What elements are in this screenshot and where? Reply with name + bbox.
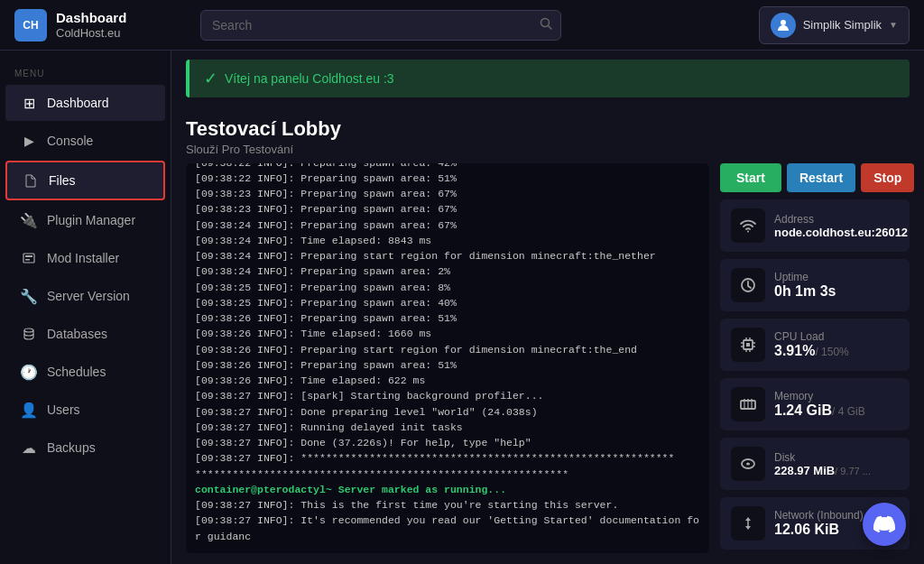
svg-point-27 — [746, 463, 750, 466]
sidebar-item-label: Backups — [47, 440, 96, 455]
stat-disk-value: 228.97 MiB/ 9.77 ... — [774, 464, 871, 477]
plugin-icon: 🔌 — [20, 211, 38, 229]
stat-uptime: Uptime 0h 1m 3s — [720, 259, 910, 311]
console-log-line: [09:38:27 INFO]: ***********************… — [195, 450, 700, 466]
svg-rect-5 — [25, 259, 30, 261]
svg-rect-4 — [25, 255, 32, 257]
console-log-line: [09:38:26 INFO]: Time elapsed: 622 ms — [195, 373, 700, 388]
search-bar — [200, 10, 561, 41]
sidebar-item-databases[interactable]: Databases — [5, 316, 165, 352]
console-log-line: [09:38:24 INFO]: Preparing start region … — [195, 248, 700, 264]
console-log-line: [09:38:26 INFO]: Preparing spawn area: 5… — [195, 310, 700, 326]
console-running-line: container@pterodactyl~ Server marked as … — [195, 482, 700, 497]
sidebar-item-label: Files — [49, 173, 76, 188]
console-log-line: [09:38:27 INFO]: [spark] Starting backgr… — [195, 388, 700, 403]
stop-button[interactable]: Stop — [861, 163, 914, 192]
svg-point-7 — [747, 231, 749, 233]
sidebar-item-label: Databases — [47, 327, 107, 341]
search-icon — [540, 17, 552, 33]
stat-disk-label: Disk — [774, 451, 871, 464]
console-log-line: [09:38:23 INFO]: Preparing spawn area: 6… — [195, 186, 700, 201]
console-log-line: [09:38:26 INFO]: Preparing start region … — [195, 342, 700, 357]
disk-icon — [731, 447, 765, 481]
console-log-line: [09:38:23 INFO]: Preparing spawn area: 6… — [195, 201, 700, 217]
discord-button[interactable] — [863, 503, 906, 546]
stat-network-label: Network (Inbound) — [774, 509, 864, 522]
server-version-icon: 🔧 — [20, 287, 38, 305]
wifi-icon — [731, 208, 765, 243]
server-body: [09:38:17 INFO]: Preparing spawn area: 2… — [171, 163, 924, 564]
stat-cpu: CPU Load 3.91%/ 150% — [720, 319, 910, 371]
main-layout: MENU ⊞ Dashboard ▶ Console Files 🔌 Plugi… — [0, 51, 924, 564]
sidebar-item-label: Schedules — [47, 365, 106, 379]
sidebar-item-mod-installer[interactable]: Mod Installer — [5, 240, 165, 276]
stat-network-info: Network (Inbound) 12.06 KiB — [774, 509, 864, 538]
console-log-line: [09:38:24 INFO]: Preparing spawn area: 6… — [195, 217, 700, 233]
logo-title: Dashboard — [56, 10, 126, 26]
sidebar-item-label: Console — [47, 134, 93, 148]
mod-icon — [20, 249, 38, 267]
svg-point-6 — [24, 328, 33, 332]
console-log-line: [09:38:25 INFO]: Preparing spawn area: 4… — [195, 295, 700, 310]
right-panel: Start Restart Stop Address node.coldhost… — [720, 163, 910, 553]
console-log-line: [09:38:27 INFO]: Done (37.226s)! For hel… — [195, 435, 700, 450]
memory-icon — [731, 387, 765, 421]
sidebar-item-backups[interactable]: ☁ Backups — [5, 430, 165, 466]
sidebar-item-label: Server Version — [47, 289, 130, 303]
stat-uptime-value: 0h 1m 3s — [774, 283, 836, 300]
files-icon — [22, 171, 40, 190]
console-log-line: [09:38:27 INFO]: Done preparing level "w… — [195, 404, 700, 420]
server-desc: Slouží Pro Testování — [186, 143, 910, 156]
start-button[interactable]: Start — [720, 163, 781, 192]
sidebar-item-console[interactable]: ▶ Console — [5, 123, 165, 159]
action-buttons: Start Restart Stop — [720, 163, 910, 192]
stat-disk: Disk 228.97 MiB/ 9.77 ... — [720, 438, 910, 490]
stat-uptime-label: Uptime — [774, 271, 836, 283]
console-icon: ▶ — [20, 132, 38, 150]
server-name: Testovací Lobby — [186, 117, 910, 141]
backups-icon: ☁ — [20, 439, 38, 457]
databases-icon — [20, 325, 38, 343]
cpu-icon — [731, 328, 765, 362]
svg-point-2 — [781, 20, 786, 25]
users-icon: 👤 — [20, 401, 38, 419]
console-log-line: [09:38:22 INFO]: Preparing spawn area: 5… — [195, 171, 700, 186]
sidebar-item-plugin-manager[interactable]: 🔌 Plugin Manager — [5, 202, 165, 238]
sidebar-item-server-version[interactable]: 🔧 Server Version — [5, 278, 165, 314]
sidebar-item-schedules[interactable]: 🕐 Schedules — [5, 354, 165, 390]
stat-address: Address node.coldhost.eu:26012 — [720, 199, 910, 252]
stat-memory: Memory 1.24 GiB/ 4 GiB — [720, 378, 910, 430]
user-menu[interactable]: Simplik Simplik ▼ — [759, 6, 910, 44]
sidebar-item-files[interactable]: Files — [5, 161, 165, 200]
console-log-line: [09:38:27 INFO]: This is the first time … — [195, 497, 700, 513]
clock-icon — [731, 268, 765, 302]
logo-text: Dashboard ColdHost.eu — [56, 10, 126, 40]
schedules-icon: 🕐 — [20, 363, 38, 381]
check-icon: ✓ — [204, 69, 217, 88]
logo-area: CH Dashboard ColdHost.eu — [14, 9, 186, 42]
sidebar-item-users[interactable]: 👤 Users — [5, 392, 165, 428]
chevron-down-icon: ▼ — [889, 20, 898, 30]
stat-disk-info: Disk 228.97 MiB/ 9.77 ... — [774, 451, 871, 477]
restart-button[interactable]: Restart — [787, 163, 855, 192]
user-avatar — [771, 13, 796, 38]
console-log-line: [09:38:26 INFO]: Preparing spawn area: 5… — [195, 357, 700, 373]
sidebar-item-label: Users — [47, 402, 80, 417]
welcome-text: Vítej na panelu Coldhost.eu :3 — [225, 71, 394, 86]
network-icon — [731, 506, 765, 541]
stat-memory-value: 1.24 GiB/ 4 GiB — [774, 402, 865, 419]
stat-address-info: Address node.coldhost.eu:26012 — [774, 213, 908, 239]
dashboard-icon: ⊞ — [20, 94, 38, 112]
sidebar-item-label: Mod Installer — [47, 251, 119, 265]
console-output[interactable]: [09:38:17 INFO]: Preparing spawn area: 2… — [186, 163, 709, 553]
svg-line-1 — [549, 25, 552, 29]
search-input[interactable] — [200, 10, 561, 41]
stat-network-value: 12.06 KiB — [774, 522, 864, 538]
sidebar-item-dashboard[interactable]: ⊞ Dashboard — [5, 85, 165, 121]
stat-cpu-info: CPU Load 3.91%/ 150% — [774, 330, 849, 359]
welcome-banner: ✓ Vítej na panelu Coldhost.eu :3 — [186, 60, 910, 97]
stat-address-label: Address — [774, 213, 908, 226]
stat-memory-label: Memory — [774, 390, 865, 402]
logo-sub: ColdHost.eu — [56, 26, 126, 40]
console-log-line: ****************************************… — [195, 467, 700, 482]
